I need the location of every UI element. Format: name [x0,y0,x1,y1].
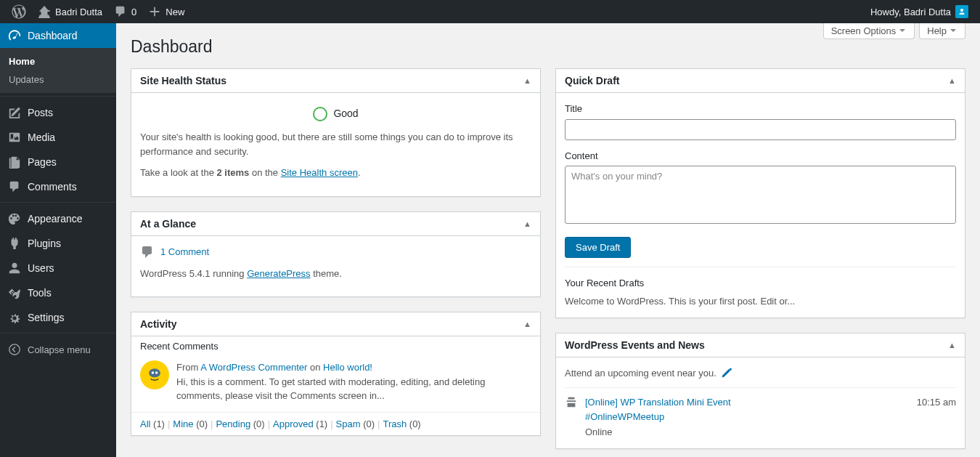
content-textarea[interactable] [565,166,956,224]
posts-icon [7,105,22,120]
site-health-screen-link[interactable]: Site Health screen [281,167,358,178]
filter-pending[interactable]: Pending [216,418,253,429]
filter-trash[interactable]: Trash [383,418,409,429]
svg-point-5 [155,371,158,374]
theme-link[interactable]: GeneratePress [247,268,310,279]
comment-row: From A WordPress Commenter on Hello worl… [131,352,540,412]
toggle-icon[interactable]: ▲ [523,320,531,328]
title-label: Title [565,102,956,116]
glance-comment-link[interactable]: 1 Comment [160,245,209,259]
new-label: New [166,7,184,17]
new-content-link[interactable]: New [142,0,190,23]
health-status-circle-icon [313,107,327,121]
comments-link[interactable]: 0 [108,0,142,23]
sidebar-item-appearance[interactable]: Appearance [0,206,116,231]
howdy-text: Howdy, Badri Dutta [870,7,951,17]
event-time: 10:15 am [917,395,956,440]
meetup-icon [565,395,578,440]
sidebar-item-plugins[interactable]: Plugins [0,231,116,256]
media-icon [7,130,22,145]
comment-excerpt: Hi, this is a comment. To get started wi… [176,375,531,403]
comment-filters: All (1)|Mine (0)|Pending (0)|Approved (1… [131,412,540,435]
title-input[interactable] [565,119,956,140]
site-name-link[interactable]: Badri Dutta [32,0,108,23]
content-label: Content [565,149,956,163]
filter-approved[interactable]: Approved [273,418,316,429]
avatar-icon [955,5,968,18]
comment-meta: From A WordPress Commenter on Hello worl… [176,360,531,375]
at-a-glance-box: At a Glance ▲ 1 Comment WordPress 5.4.1 … [131,211,541,298]
submenu-updates[interactable]: Updates [0,70,116,89]
dashboard-icon [7,28,22,43]
pages-icon [7,155,22,169]
glance-version: WordPress 5.4.1 running GeneratePress th… [140,267,531,281]
toggle-icon[interactable]: ▲ [523,76,531,85]
sidebar-item-label: Users [28,262,54,274]
admin-toolbar: Badri Dutta 0 New Howdy, Badri Dutta [0,0,980,23]
filter-mine[interactable]: Mine [173,418,196,429]
recent-comments-header: Recent Comments [131,336,540,352]
comments-icon [7,179,22,194]
help-button[interactable]: Help [919,23,965,39]
quick-draft-box: Quick Draft ▲ Title Content Save Draft [555,68,965,318]
health-desc: Your site's health is looking good, but … [140,130,531,158]
sidebar-item-label: Dashboard [28,30,78,41]
site-health-header: Site Health Status [140,75,226,86]
sidebar-item-label: Appearance [28,213,83,225]
sidebar-item-pages[interactable]: Pages [0,150,116,174]
main-content: Screen Options Help Dashboard Site Healt… [116,23,980,457]
users-icon [7,261,22,275]
dashboard-submenu: Home Updates [0,48,116,93]
howdy-link[interactable]: Howdy, Badri Dutta [865,0,974,23]
tools-icon [7,286,22,300]
health-look: Take a look at the 2 items on the Site H… [140,166,531,180]
sidebar-item-settings[interactable]: Settings [0,305,116,330]
commenter-avatar-icon [140,360,169,389]
toggle-icon[interactable]: ▲ [948,341,956,349]
event-location: Online [585,425,910,440]
appearance-icon [7,211,22,226]
events-header: WordPress Events and News [565,339,705,351]
svg-point-3 [149,368,160,377]
collapse-icon [7,342,22,357]
submenu-home[interactable]: Home [0,52,116,70]
collapse-menu[interactable]: Collapse menu [0,337,116,362]
filter-spam[interactable]: Spam [336,418,364,429]
sidebar-item-label: Settings [28,312,65,323]
sidebar-item-label: Media [28,132,55,143]
sidebar-item-label: Posts [28,107,53,118]
toggle-icon[interactable]: ▲ [948,76,956,85]
at-a-glance-header: At a Glance [140,218,196,230]
comment-post-link[interactable]: Hello world! [323,362,372,373]
wp-logo[interactable] [6,0,32,23]
commenter-link[interactable]: A WordPress Commenter [200,362,307,373]
collapse-label: Collapse menu [28,344,91,355]
events-box: WordPress Events and News ▲ Attend an up… [555,333,965,449]
toggle-icon[interactable]: ▲ [523,219,531,228]
sidebar-item-label: Tools [28,287,52,299]
activity-box: Activity ▲ Recent Comments From A WordPr… [131,312,541,436]
sidebar-item-label: Pages [28,156,57,168]
plugins-icon [7,236,22,251]
sidebar-item-dashboard[interactable]: Dashboard [0,23,116,48]
save-draft-button[interactable]: Save Draft [565,237,631,258]
sidebar-item-comments[interactable]: Comments [0,174,116,199]
settings-icon [7,310,22,325]
sidebar-item-tools[interactable]: Tools [0,280,116,305]
edit-location-icon[interactable] [721,367,732,379]
events-attend-text: Attend an upcoming event near you. [565,366,716,381]
svg-point-1 [9,344,20,355]
screen-options-button[interactable]: Screen Options [823,23,915,39]
site-name: Badri Dutta [55,7,102,17]
sidebar-item-users[interactable]: Users [0,256,116,280]
comments-count: 0 [131,7,136,17]
sidebar-item-media[interactable]: Media [0,125,116,150]
sidebar-item-posts[interactable]: Posts [0,100,116,125]
sidebar-item-label: Comments [28,181,77,193]
filter-all[interactable]: All [140,418,153,429]
activity-header: Activity [140,318,177,330]
svg-point-4 [152,371,155,374]
site-health-box: Site Health Status ▲ Good Your site's he… [131,68,541,197]
recent-drafts-header: Your Recent Drafts [565,267,956,291]
event-link[interactable]: [Online] WP Translation Mini Event#Onlin… [585,395,910,424]
